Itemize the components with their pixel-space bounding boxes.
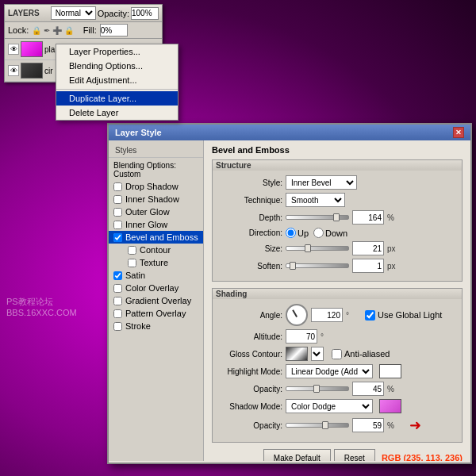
context-menu-delete-layer[interactable]: Delete Layer [56, 106, 178, 120]
soften-input[interactable] [352, 259, 384, 273]
context-menu-separator [56, 89, 178, 90]
effect-gradient-overlay[interactable]: Gradient Overlay [109, 294, 203, 307]
direction-label: Direction: [219, 228, 282, 237]
direction-down-radio[interactable]: Down [313, 228, 347, 238]
depth-input[interactable] [352, 210, 384, 225]
shadow-opacity-slider[interactable] [286, 423, 349, 428]
effect-color-overlay[interactable]: Color Overlay [109, 282, 203, 294]
effect-bevel-emboss[interactable]: Bevel and Emboss [109, 231, 203, 244]
layers-title: LAYERS [8, 9, 40, 17]
texture-label: Texture [140, 258, 168, 267]
dialog-title-bar: Layer Style ✕ [109, 125, 470, 140]
dialog-body: Styles Blending Options: Custom Drop Sha… [109, 140, 470, 461]
size-label: Size: [219, 244, 282, 253]
technique-label: Technique: [219, 196, 282, 205]
shadow-mode-label: Shadow Mode: [219, 402, 282, 411]
outer-glow-checkbox[interactable] [113, 208, 122, 217]
satin-checkbox[interactable] [113, 271, 122, 280]
effect-satin[interactable]: Satin [109, 269, 203, 282]
layer-thumb-pla [21, 41, 43, 57]
size-row: Size: px [219, 241, 455, 255]
inner-shadow-label: Inner Shadow [125, 194, 179, 204]
angle-dial[interactable] [286, 304, 308, 326]
use-global-light-label[interactable]: Use Global Light [365, 310, 442, 321]
soften-slider[interactable] [286, 263, 349, 268]
inner-glow-label: Inner Glow [125, 220, 167, 229]
pattern-overlay-checkbox[interactable] [113, 309, 122, 318]
contour-label: Contour [140, 245, 171, 255]
context-menu-blending-options[interactable]: Blending Options... [56, 59, 178, 73]
dialog-buttons: Make Default Reset RGB (235, 113, 236) [212, 449, 463, 461]
effect-texture[interactable]: Texture [109, 256, 203, 269]
highlight-opacity-input[interactable] [352, 382, 384, 396]
fill-input[interactable] [100, 24, 128, 36]
layers-mode-select[interactable]: Normal [51, 6, 96, 20]
highlight-color-swatch[interactable] [379, 364, 401, 378]
effect-inner-glow[interactable]: Inner Glow [109, 218, 203, 231]
gloss-contour-preview[interactable] [286, 347, 308, 361]
layer-visibility-pla[interactable]: 👁 [8, 44, 19, 55]
layers-row2: Lock: 🔒 ✒ ➕ 🔒 Fill: [5, 22, 162, 39]
layer-visibility-cir[interactable]: 👁 [8, 65, 19, 76]
effect-outer-glow[interactable]: Outer Glow [109, 205, 203, 218]
gloss-contour-select[interactable]: ▼ [311, 347, 324, 361]
bevel-emboss-checkbox[interactable] [113, 233, 122, 242]
shadow-mode-select[interactable]: Color Dodge [286, 399, 373, 413]
style-row: Style: Inner Bevel [219, 175, 455, 190]
effect-inner-shadow[interactable]: Inner Shadow [109, 193, 203, 205]
highlight-opacity-slider[interactable] [286, 386, 349, 391]
anti-aliased-checkbox[interactable] [332, 349, 342, 359]
altitude-label: Altitude: [219, 332, 282, 341]
angle-unit: ° [346, 311, 362, 320]
altitude-input[interactable] [286, 329, 317, 344]
altitude-unit: ° [321, 332, 336, 341]
opacity-input[interactable] [131, 7, 159, 20]
inner-shadow-checkbox[interactable] [113, 195, 122, 204]
layer-style-dialog: Layer Style ✕ Styles Blending Options: C… [107, 123, 472, 464]
effect-drop-shadow[interactable]: Drop Shadow [109, 180, 203, 193]
layer-name-cir: cir [44, 67, 53, 75]
reset-button[interactable]: Reset [334, 449, 375, 461]
dialog-close-button[interactable]: ✕ [453, 127, 464, 138]
depth-slider-thumb [333, 213, 340, 221]
depth-slider[interactable] [286, 215, 349, 220]
drop-shadow-checkbox[interactable] [113, 182, 122, 191]
context-menu-edit-adjustment[interactable]: Edit Adjustment... [56, 73, 178, 87]
dialog-title: Layer Style [115, 128, 162, 137]
highlight-mode-label: Highlight Mode: [219, 367, 282, 376]
main-section-title: Bevel and Emboss [212, 145, 463, 155]
stroke-checkbox[interactable] [113, 322, 122, 331]
direction-row: Direction: Up Down [219, 228, 455, 238]
dialog-left-panel: Styles Blending Options: Custom Drop Sha… [109, 140, 204, 461]
shadow-color-swatch[interactable] [379, 399, 401, 413]
size-input[interactable] [352, 241, 384, 255]
direction-up-radio[interactable]: Up [286, 228, 309, 238]
lock-icons: 🔒 ✒ ➕ 🔒 [32, 26, 73, 35]
size-slider[interactable] [286, 246, 349, 251]
contour-checkbox[interactable] [128, 246, 136, 255]
inner-glow-checkbox[interactable] [113, 221, 122, 229]
size-unit: px [387, 244, 403, 253]
soften-label: Soften: [219, 262, 282, 271]
gradient-overlay-checkbox[interactable] [113, 297, 122, 305]
context-menu-duplicate-layer[interactable]: Duplicate Layer... [56, 91, 178, 106]
technique-select[interactable]: Smooth [286, 193, 345, 207]
style-select[interactable]: Inner Bevel [286, 175, 357, 190]
angle-input[interactable] [311, 308, 343, 322]
effect-blending-options[interactable]: Blending Options: Custom [109, 159, 203, 180]
highlight-mode-select[interactable]: Linear Dodge (Add) [286, 364, 373, 378]
effect-contour[interactable]: Contour [109, 244, 203, 256]
effect-pattern-overlay[interactable]: Pattern Overlay [109, 307, 203, 320]
texture-checkbox[interactable] [128, 259, 136, 267]
depth-row: Depth: % [219, 210, 455, 225]
color-overlay-checkbox[interactable] [113, 284, 122, 293]
highlight-opacity-row: Opacity: % [219, 382, 455, 396]
context-menu-layer-properties[interactable]: Layer Properties... [56, 44, 178, 59]
make-default-button[interactable]: Make Default [263, 449, 331, 461]
blending-options-label: Blending Options: Custom [113, 161, 198, 178]
use-global-light-checkbox[interactable] [365, 310, 375, 321]
effect-stroke[interactable]: Stroke [109, 320, 203, 332]
shading-section: Shading Angle: ° Use Global Light Altitu… [212, 288, 463, 443]
shadow-opacity-input[interactable] [352, 418, 384, 432]
anti-aliased-label[interactable]: Anti-aliased [332, 349, 390, 359]
